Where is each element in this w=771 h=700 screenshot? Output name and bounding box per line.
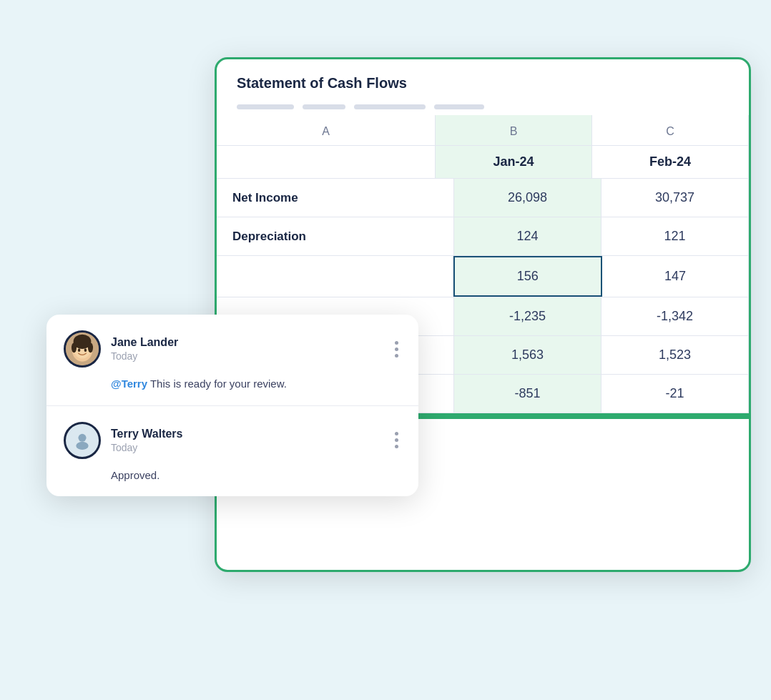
row-val-5-feb[interactable]: 1,523 <box>601 336 749 374</box>
jane-time: Today <box>111 350 178 362</box>
comment-item-jane: Jane Lander Today @Terry This is ready f… <box>46 315 418 405</box>
comment-header-terry: Terry Walters Today <box>64 422 401 459</box>
svg-point-5 <box>72 342 77 353</box>
terry-name: Terry Walters <box>111 428 182 440</box>
terry-time: Today <box>111 442 182 453</box>
terry-name-time: Terry Walters Today <box>111 428 182 453</box>
svg-point-8 <box>84 349 87 352</box>
more-options-terry[interactable] <box>392 429 401 451</box>
more-dot <box>395 347 398 351</box>
table-row: Depreciation 124 121 <box>217 217 749 256</box>
more-dot <box>395 438 398 442</box>
comment-item-terry: Terry Walters Today Approved. <box>46 405 418 497</box>
row-val-4-feb[interactable]: -1,342 <box>601 297 749 335</box>
month-header-feb[interactable]: Feb-24 <box>592 146 749 178</box>
svg-point-7 <box>78 349 81 352</box>
scrollbar-pill <box>354 104 426 109</box>
month-header-empty <box>217 146 436 178</box>
spreadsheet-title: Statement of Cash Flows <box>217 59 749 99</box>
row-val-6-feb[interactable]: -21 <box>601 375 749 413</box>
row-val-6-jan[interactable]: -851 <box>454 375 601 413</box>
comment-header-jane: Jane Lander Today <box>64 330 401 368</box>
jane-comment-body: This is ready for your review. <box>147 378 287 390</box>
month-headers-row: Jan-24 Feb-24 <box>217 146 749 179</box>
table-row: Net Income 26,098 30,737 <box>217 179 749 217</box>
scrollbar-pill <box>434 104 484 109</box>
avatar-terry <box>64 422 101 459</box>
column-headers-row: A B C <box>217 115 749 146</box>
user-info-terry: Terry Walters Today <box>64 422 182 459</box>
user-info-jane: Jane Lander Today <box>64 330 178 368</box>
more-dot <box>395 354 398 358</box>
scrollbar-pill <box>237 104 294 109</box>
col-header-c[interactable]: C <box>592 115 749 145</box>
row-val-depreciation-jan[interactable]: 124 <box>454 217 601 255</box>
svg-point-11 <box>76 441 88 449</box>
row-label-3 <box>217 256 453 297</box>
more-dot <box>395 445 398 448</box>
jane-comment-text: @Terry This is ready for your review. <box>111 376 401 393</box>
scrollbar-pill <box>303 104 345 109</box>
more-dot <box>395 432 398 435</box>
scrollbar-hints <box>217 99 749 115</box>
row-val-net-income-feb[interactable]: 30,737 <box>601 179 749 217</box>
table-row: 156 147 <box>217 256 749 297</box>
terry-comment-text: Approved. <box>111 468 401 484</box>
avatar-jane <box>64 330 101 368</box>
row-val-3-feb[interactable]: 147 <box>602 256 749 297</box>
month-header-jan[interactable]: Jan-24 <box>436 146 592 178</box>
svg-point-10 <box>78 433 86 441</box>
jane-name-time: Jane Lander Today <box>111 336 178 362</box>
jane-name: Jane Lander <box>111 336 178 349</box>
mention-terry[interactable]: @Terry <box>111 378 147 390</box>
row-val-selected-jan[interactable]: 156 <box>453 256 602 297</box>
svg-point-6 <box>88 342 93 353</box>
row-label-net-income: Net Income <box>217 179 454 217</box>
col-header-a[interactable]: A <box>217 115 436 145</box>
row-val-4-jan[interactable]: -1,235 <box>454 297 601 335</box>
more-dot <box>395 341 398 345</box>
row-label-depreciation: Depreciation <box>217 217 454 255</box>
col-header-b[interactable]: B <box>436 115 592 145</box>
row-val-5-jan[interactable]: 1,563 <box>454 336 601 374</box>
more-options-jane[interactable] <box>392 338 401 360</box>
row-val-net-income-jan[interactable]: 26,098 <box>454 179 601 217</box>
row-val-depreciation-feb[interactable]: 121 <box>601 217 749 255</box>
comment-card: Jane Lander Today @Terry This is ready f… <box>46 315 418 496</box>
